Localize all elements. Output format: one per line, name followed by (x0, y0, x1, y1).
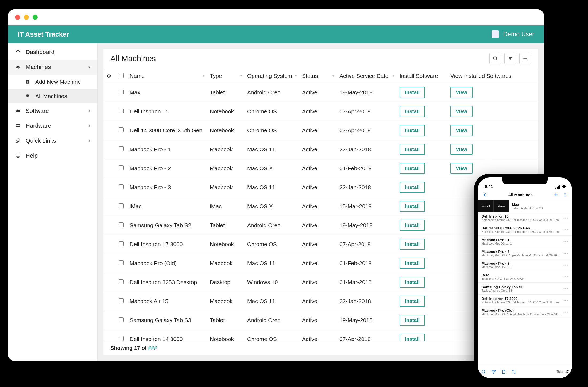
row-checkbox[interactable] (119, 127, 124, 132)
list-item[interactable]: Macbook Pro - 3Macbook, Mac OS 11, 1••• (478, 259, 572, 271)
window-zoom-icon[interactable] (33, 15, 38, 20)
list-item[interactable]: Macbook Pro - 1Macbook, Mac OS 11, 1••• (478, 236, 572, 247)
table-row[interactable]: Dell Inspiron 14 3000NotebookChrome OSAc… (103, 330, 538, 341)
view-button[interactable]: View (450, 144, 473, 155)
sidebar-item-quick-links[interactable]: Quick Links › (8, 133, 97, 148)
sidebar-item-help[interactable]: Help (8, 148, 97, 163)
phone-export-button[interactable] (501, 369, 506, 374)
table-row[interactable]: Dell Inspiron 3253 DesktopDesktopWindows… (103, 273, 538, 292)
table-row[interactable]: Macbook Air 15MacbookMac OS 11Active22-J… (103, 292, 538, 311)
row-checkbox[interactable] (119, 222, 124, 227)
row-checkbox[interactable] (119, 260, 124, 265)
install-button[interactable]: Install (400, 106, 425, 117)
row-checkbox[interactable] (119, 241, 124, 246)
swipe-install-button[interactable]: Install (478, 200, 493, 212)
install-button[interactable]: Install (400, 296, 425, 307)
search-button[interactable] (489, 53, 501, 64)
list-item-more-button[interactable]: ••• (563, 287, 568, 291)
list-item-more-button[interactable]: ••• (563, 239, 568, 244)
menu-button[interactable] (519, 53, 531, 64)
column-select-all[interactable] (116, 69, 127, 83)
table-row[interactable]: Dell Inspiron 15NotebookChrome OSActive0… (103, 102, 538, 121)
install-button[interactable]: Install (400, 144, 425, 155)
list-item-more-button[interactable]: ••• (563, 310, 568, 314)
row-checkbox[interactable] (119, 336, 124, 341)
column-eye[interactable] (103, 69, 116, 83)
column-os[interactable]: Operating System▾ (245, 69, 299, 83)
phone-search-button[interactable] (481, 369, 486, 374)
list-item-more-button[interactable]: ••• (563, 275, 568, 279)
table-row[interactable]: iMaciMacMac OS XActive15-Mar-2018Install (103, 197, 538, 216)
list-item[interactable]: Dell 14 3000 Core i3 6th GenNotebook, Ch… (478, 224, 572, 236)
install-button[interactable]: Install (400, 87, 425, 98)
sidebar-item-software[interactable]: Software › (8, 103, 97, 118)
install-button[interactable]: Install (400, 334, 425, 341)
list-item-more-button[interactable]: ••• (563, 298, 568, 303)
install-button[interactable]: Install (400, 125, 425, 136)
back-button[interactable] (482, 192, 488, 198)
filter-button[interactable] (504, 53, 516, 64)
install-button[interactable]: Install (400, 258, 425, 269)
table-row[interactable]: Macbook Pro - 1MacbookMac OS 11Active22-… (103, 140, 538, 159)
row-checkbox[interactable] (119, 279, 124, 284)
swipe-view-button[interactable]: View (493, 200, 509, 212)
add-button[interactable] (553, 192, 559, 198)
phone-list[interactable]: Install View Max Tablet, Android Oreo, S… (478, 200, 572, 365)
phone-sort-button[interactable] (512, 369, 516, 374)
column-type[interactable]: Type▾ (207, 69, 245, 83)
select-all-checkbox[interactable] (119, 73, 124, 78)
phone-filter-button[interactable] (491, 369, 496, 374)
view-button[interactable]: View (450, 106, 473, 117)
cell-type: Tablet (207, 311, 245, 330)
sidebar-item-machines[interactable]: Machines ▾ (8, 60, 97, 75)
list-item-more-button[interactable]: ••• (563, 228, 568, 232)
list-item[interactable]: Macbook Pro - 2Macbook, Mac OS X, Apple … (478, 247, 572, 259)
table-row[interactable]: Macbook Pro (Old)MacbookMac OS 11Active0… (103, 254, 538, 273)
install-button[interactable]: Install (400, 163, 425, 174)
install-button[interactable]: Install (400, 182, 425, 193)
list-item-more-button[interactable]: ••• (563, 263, 568, 267)
row-checkbox[interactable] (119, 298, 124, 303)
window-minimize-icon[interactable] (24, 15, 29, 20)
view-button[interactable]: View (450, 125, 473, 136)
table-row[interactable]: Dell 14 3000 Core i3 6th GenNotebookChro… (103, 121, 538, 140)
row-checkbox[interactable] (119, 184, 124, 189)
install-button[interactable]: Install (400, 277, 425, 288)
row-checkbox[interactable] (119, 90, 124, 94)
list-item[interactable]: Dell Inspiron 17 3000Notebook, Chrome OS… (478, 295, 572, 306)
install-button[interactable]: Install (400, 201, 425, 212)
row-checkbox[interactable] (119, 109, 124, 113)
table-row[interactable]: MaxTabletAndroid OreoActive19-May-2018In… (103, 83, 538, 102)
user-menu[interactable]: Demo User (492, 30, 534, 38)
sidebar-item-hardware[interactable]: Hardware › (8, 118, 97, 133)
sidebar-item-add-new-machine[interactable]: Add New Machine (8, 75, 97, 89)
table-row[interactable]: Samsung Galaxy Tab S3TabletAndroid OreoA… (103, 311, 538, 330)
list-item[interactable]: Dell Inspiron 15Notebook, Chrome OS, Del… (478, 212, 572, 224)
list-item[interactable]: iMaciMac, Mac OS X, imac-242352334••• (478, 271, 572, 283)
list-item-more-button[interactable]: ••• (563, 251, 568, 256)
view-button[interactable]: View (450, 87, 473, 98)
view-button[interactable]: View (450, 163, 473, 174)
install-button[interactable]: Install (400, 239, 425, 250)
column-date[interactable]: Active Service Date▾ (337, 69, 397, 83)
install-button[interactable]: Install (400, 220, 425, 231)
row-checkbox[interactable] (119, 317, 124, 322)
install-button[interactable]: Install (400, 315, 425, 326)
overflow-button[interactable] (562, 192, 568, 197)
column-name[interactable]: Name▾ (127, 69, 207, 83)
sidebar-item-dashboard[interactable]: Dashboard (8, 45, 97, 60)
table-row[interactable]: Dell Inspiron 17 3000NotebookChrome OSAc… (103, 235, 538, 254)
row-checkbox[interactable] (119, 146, 124, 151)
table-row[interactable]: Macbook Pro - 2MacbookMac OS XActive01-F… (103, 159, 538, 178)
list-item-swiped[interactable]: Install View Max Tablet, Android Oreo, S… (478, 200, 572, 212)
list-item[interactable]: Macbook Pro (Old)Macbook, Mac OS 11, App… (478, 306, 572, 318)
column-status[interactable]: Status▾ (299, 69, 337, 83)
sidebar-item-all-machines[interactable]: All Machines (8, 89, 97, 103)
window-close-icon[interactable] (15, 15, 20, 20)
row-checkbox[interactable] (119, 165, 124, 170)
list-item-more-button[interactable]: ••• (563, 216, 568, 220)
row-checkbox[interactable] (119, 203, 124, 208)
table-row[interactable]: Macbook Pro - 3MacbookMac OS 11Active22-… (103, 178, 538, 197)
list-item[interactable]: Samsung Galaxy Tab S2Tablet, Android Ore… (478, 283, 572, 295)
table-row[interactable]: Samsung Galaxy Tab S2TabletAndroid OreoA… (103, 216, 538, 235)
